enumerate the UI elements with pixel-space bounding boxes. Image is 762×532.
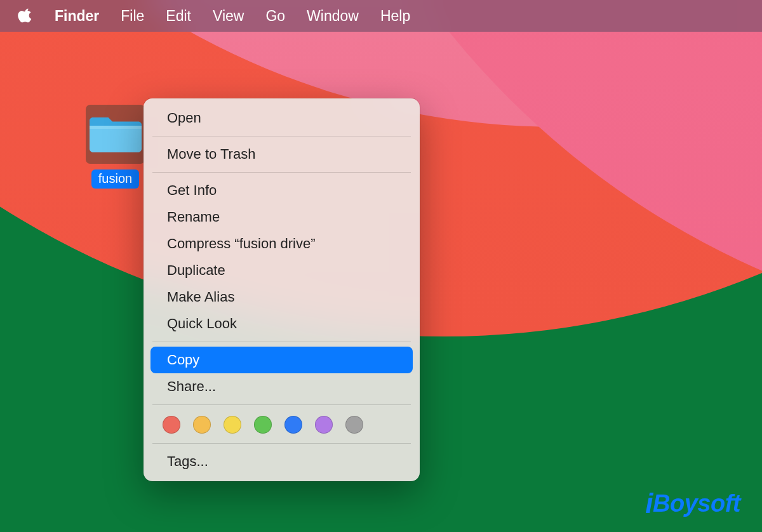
menubar-item-window[interactable]: Window bbox=[307, 8, 359, 25]
tag-color-dot[interactable] bbox=[315, 416, 333, 434]
context-menu: OpenMove to TrashGet InfoRenameCompress … bbox=[144, 98, 420, 481]
context-item-tags[interactable]: Tags... bbox=[150, 448, 413, 475]
menubar-item-file[interactable]: File bbox=[121, 8, 144, 25]
context-item-make-alias[interactable]: Make Alias bbox=[150, 284, 413, 310]
menubar-item-view[interactable]: View bbox=[213, 8, 244, 25]
menu-divider bbox=[152, 136, 411, 136]
apple-logo-icon[interactable] bbox=[18, 7, 33, 25]
tag-color-dot[interactable] bbox=[224, 416, 241, 434]
context-item-open[interactable]: Open bbox=[150, 105, 413, 131]
context-item-rename[interactable]: Rename bbox=[150, 204, 413, 230]
tag-color-dot[interactable] bbox=[193, 416, 211, 434]
menu-divider bbox=[152, 443, 411, 444]
context-item-compress[interactable]: Compress “fusion drive” bbox=[150, 230, 413, 257]
menubar: Finder File Edit View Go Window Help bbox=[0, 0, 762, 32]
context-item-copy[interactable]: Copy bbox=[150, 347, 413, 373]
menu-divider bbox=[152, 404, 411, 405]
folder-icon bbox=[90, 114, 142, 155]
menubar-app-name[interactable]: Finder bbox=[55, 8, 99, 25]
tag-color-row bbox=[144, 409, 420, 439]
tag-color-dot[interactable] bbox=[163, 416, 180, 434]
menu-divider bbox=[152, 342, 411, 342]
folder-tile bbox=[86, 105, 145, 164]
tag-color-dot[interactable] bbox=[254, 416, 272, 434]
desktop-folder-fusion-drive[interactable]: fusion bbox=[86, 105, 145, 189]
context-item-move-to-trash[interactable]: Move to Trash bbox=[150, 141, 413, 168]
menubar-item-edit[interactable]: Edit bbox=[166, 8, 191, 25]
context-item-share[interactable]: Share... bbox=[150, 373, 413, 400]
watermark: iBoysoft bbox=[645, 488, 740, 519]
context-item-quick-look[interactable]: Quick Look bbox=[150, 310, 413, 337]
tag-color-dot[interactable] bbox=[284, 416, 302, 434]
tag-color-dot[interactable] bbox=[345, 416, 363, 434]
menu-divider bbox=[152, 172, 411, 173]
context-item-duplicate[interactable]: Duplicate bbox=[150, 257, 413, 284]
menubar-item-go[interactable]: Go bbox=[265, 8, 285, 25]
desktop-folder-label: fusion bbox=[91, 170, 139, 189]
context-item-get-info[interactable]: Get Info bbox=[150, 177, 413, 204]
menubar-item-help[interactable]: Help bbox=[380, 8, 410, 25]
